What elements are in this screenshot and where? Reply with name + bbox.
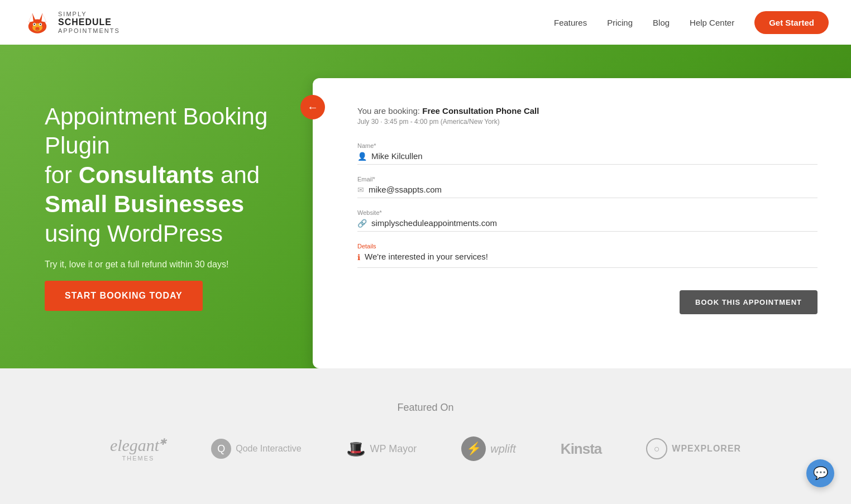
logo-elegant-themes: elegant✱ themes (110, 436, 166, 462)
website-field-group: Website* 🔗 simplyscheduleappointments.co… (357, 209, 817, 232)
arrow-left-icon: ← (307, 101, 318, 114)
hat-icon: 🎩 (346, 440, 366, 458)
logo-wpexplorer: ○ WPEXPLORER (646, 438, 741, 459)
person-icon: 👤 (357, 152, 367, 161)
booking-datetime: July 30 · 3:45 pm - 4:00 pm (America/New… (357, 118, 817, 126)
email-field-group: Email* ✉ mike@ssappts.com (357, 176, 817, 198)
fox-logo-icon (22, 7, 52, 37)
details-input-row: ℹ We're interested in your services! (357, 252, 817, 268)
logo-simply: SIMPLY (58, 11, 120, 17)
booking-title: You are booking: Free Consultation Phone… (357, 106, 817, 116)
logo-area: SIMPLY SCHEDULE APPOINTMENTS (22, 7, 120, 37)
nav-pricing[interactable]: Pricing (607, 18, 633, 27)
details-field-group: Details ℹ We're interested in your servi… (357, 243, 817, 268)
navbar: SIMPLY SCHEDULE APPOINTMENTS Features Pr… (0, 0, 851, 45)
logo-wplift: ⚡ wplift (461, 436, 516, 461)
nav-features[interactable]: Features (554, 18, 587, 27)
svg-point-9 (40, 23, 41, 25)
get-started-button[interactable]: Get Started (754, 11, 829, 34)
details-label: Details (357, 243, 817, 249)
name-label: Name* (357, 142, 817, 149)
info-icon: ℹ (357, 253, 360, 262)
chat-icon: 💬 (813, 466, 828, 481)
logo-appointments: APPOINTMENTS (58, 27, 120, 34)
start-booking-button[interactable]: START BOOKING TODAY (45, 281, 203, 311)
website-label: Website* (357, 209, 817, 216)
service-name: Free Consultation Phone Call (422, 106, 539, 116)
featured-section: Featured On elegant✱ themes Q Qode Inter… (0, 368, 851, 495)
wpexplorer-icon: ○ (646, 438, 667, 459)
email-label: Email* (357, 176, 817, 183)
hero-heading: Appointment Booking Plugin for Consultan… (45, 102, 285, 249)
wplift-icon: ⚡ (461, 436, 486, 461)
hero-subtext: Try it, love it or get a full refund wit… (45, 260, 285, 270)
qode-circle-icon: Q (211, 439, 231, 459)
book-appointment-button[interactable]: BOOK THIS APPOINTMENT (680, 290, 817, 314)
link-icon: 🔗 (357, 219, 367, 228)
website-input-row: 🔗 simplyscheduleappointments.com (357, 218, 817, 232)
svg-point-8 (34, 23, 35, 25)
nav-blog[interactable]: Blog (653, 18, 670, 27)
email-value: mike@ssappts.com (369, 185, 817, 194)
featured-logos: elegant✱ themes Q Qode Interactive 🎩 WP … (110, 436, 741, 462)
email-input-row: ✉ mike@ssappts.com (357, 185, 817, 198)
nav-links: Features Pricing Blog Help Center Get St… (554, 11, 829, 34)
svg-point-10 (35, 27, 39, 30)
logo-schedule: SCHEDULE (58, 17, 120, 27)
hero-section: Appointment Booking Plugin for Consultan… (0, 45, 851, 368)
logo-qode: Q Qode Interactive (211, 439, 301, 459)
booking-panel: ← You are booking: Free Consultation Pho… (313, 78, 851, 368)
hero-left: Appointment Booking Plugin for Consultan… (0, 45, 313, 368)
name-value: Mike Kilcullen (371, 151, 817, 161)
featured-title: Featured On (397, 402, 453, 414)
logo-wp-mayor: 🎩 WP Mayor (346, 440, 417, 458)
email-icon: ✉ (357, 185, 364, 194)
name-input-row: 👤 Mike Kilcullen (357, 151, 817, 165)
hero-right: ← You are booking: Free Consultation Pho… (313, 45, 851, 368)
chat-button[interactable]: 💬 (806, 459, 834, 487)
name-field-group: Name* 👤 Mike Kilcullen (357, 142, 817, 165)
back-button[interactable]: ← (300, 95, 325, 119)
nav-help-center[interactable]: Help Center (690, 18, 734, 27)
logo-kinsta: Kinsta (561, 440, 601, 458)
logo-text: SIMPLY SCHEDULE APPOINTMENTS (58, 11, 120, 34)
details-value: We're interested in your services! (365, 252, 488, 261)
website-value: simplyscheduleappointments.com (371, 218, 817, 228)
